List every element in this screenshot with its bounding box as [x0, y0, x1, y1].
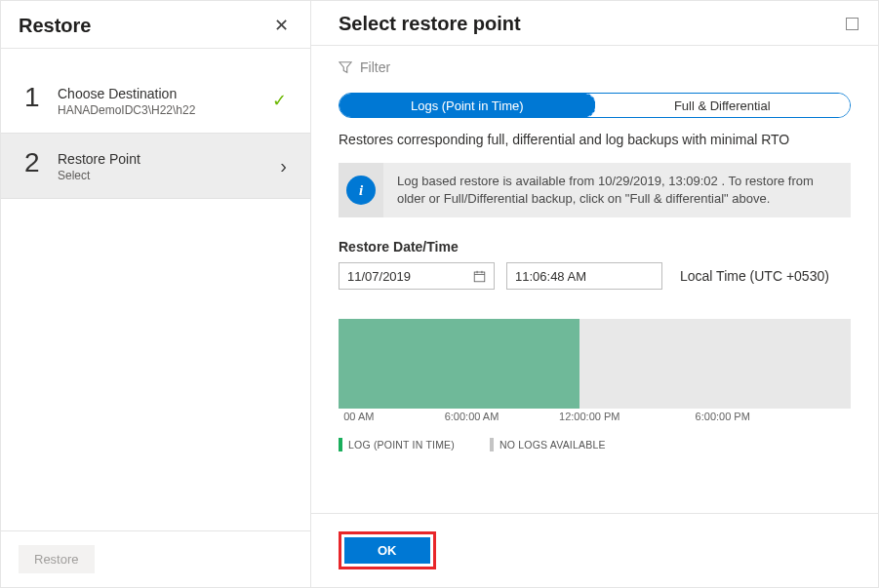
step-title: Restore Point [58, 151, 280, 167]
chart-axis: 00 AM 6:00:00 AM 12:00:00 PM 6:00:00 PM [339, 411, 851, 426]
step-number: 2 [24, 149, 58, 176]
calendar-icon[interactable] [473, 270, 486, 283]
restore-datetime-label: Restore Date/Time [339, 239, 851, 255]
restore-date-value: 11/07/2019 [347, 269, 411, 284]
wizard-step-restore-point[interactable]: 2 Restore Point Select › [1, 133, 310, 199]
wizard-steps: 1 Choose Destination HANADemoIDC3\H22\h2… [1, 49, 310, 530]
backup-type-segmented: Logs (Point in Time) Full & Differential [339, 93, 851, 118]
restore-time-value: 11:06:48 AM [515, 269, 586, 284]
info-icon: i [346, 176, 376, 205]
restore-wizard-panel: Restore ✕ 1 Choose Destination HANADemoI… [1, 1, 311, 587]
filter-input[interactable]: Filter [339, 59, 851, 93]
left-panel-title: Restore [19, 15, 91, 37]
axis-tick: 6:00:00 AM [445, 411, 499, 422]
ok-button[interactable]: OK [344, 537, 430, 564]
checkmark-icon: ✓ [272, 92, 287, 109]
info-icon-wrap: i [339, 163, 383, 217]
svg-rect-0 [474, 272, 485, 282]
legend-log: LOG (POINT IN TIME) [339, 438, 455, 451]
left-header: Restore ✕ [1, 1, 310, 49]
axis-tick: 00 AM [343, 411, 374, 422]
legend-label: LOG (POINT IN TIME) [348, 439, 455, 451]
ok-highlight: OK [339, 531, 436, 569]
right-footer: OK [311, 513, 878, 587]
wizard-step-choose-destination[interactable]: 1 Choose Destination HANADemoIDC3\H22\h2… [1, 68, 310, 133]
tab-full-differential[interactable]: Full & Differential [595, 94, 851, 117]
step-number: 1 [24, 84, 58, 111]
restore-date-input[interactable]: 11/07/2019 [339, 262, 495, 290]
timezone-label: Local Time (UTC +0530) [680, 268, 829, 284]
filter-placeholder: Filter [360, 59, 390, 75]
chart-legend: LOG (POINT IN TIME) NO LOGS AVAILABLE [339, 438, 851, 451]
restore-datetime-row: 11/07/2019 11:06:48 AM Local Time (UTC +… [339, 262, 851, 290]
info-banner: i Log based restore is available from 10… [339, 163, 851, 217]
restore-description: Restores corresponding full, differentia… [339, 132, 851, 147]
chevron-right-icon: › [280, 155, 287, 177]
legend-swatch-icon [339, 438, 342, 451]
axis-tick: 6:00:00 PM [696, 411, 750, 422]
close-icon[interactable]: ✕ [270, 13, 293, 38]
legend-no-logs: NO LOGS AVAILABLE [490, 438, 606, 451]
info-text: Log based restore is available from 10/2… [383, 163, 851, 217]
left-footer: Restore [1, 530, 310, 587]
legend-label: NO LOGS AVAILABLE [499, 439, 606, 451]
tab-logs-point-in-time[interactable]: Logs (Point in Time) [339, 93, 596, 118]
right-panel-title: Select restore point [339, 13, 521, 35]
step-subtitle: Select [58, 169, 280, 182]
log-availability-chart[interactable]: 00 AM 6:00:00 AM 12:00:00 PM 6:00:00 PM [339, 319, 851, 426]
legend-swatch-icon [490, 438, 494, 451]
pin-icon[interactable] [846, 18, 859, 30]
select-restore-point-panel: Select restore point Filter Logs (Point … [311, 1, 878, 587]
filter-icon [339, 60, 352, 74]
restore-time-input[interactable]: 11:06:48 AM [506, 262, 662, 290]
step-subtitle: HANADemoIDC3\H22\h22 [58, 103, 272, 117]
chart-log-region [339, 319, 579, 409]
step-title: Choose Destination [58, 86, 272, 101]
restore-button[interactable]: Restore [19, 545, 95, 573]
axis-tick: 12:00:00 PM [559, 411, 619, 422]
right-header: Select restore point [311, 1, 878, 46]
